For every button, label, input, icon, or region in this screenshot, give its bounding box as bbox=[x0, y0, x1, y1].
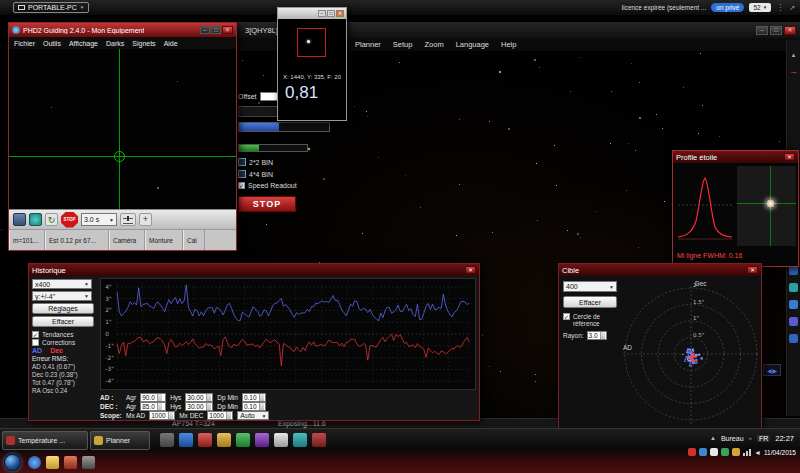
phd2-menu-affichage[interactable]: Affichage bbox=[69, 40, 98, 47]
app-icon[interactable] bbox=[82, 456, 95, 469]
camera-connect-icon[interactable] bbox=[13, 213, 26, 226]
taskbar-app-icon[interactable] bbox=[293, 433, 307, 447]
brightness-slider-icon[interactable] bbox=[120, 213, 136, 226]
taskbar-app-icon[interactable] bbox=[312, 433, 326, 447]
popup-maximize-button[interactable]: □ bbox=[327, 10, 335, 17]
scroll-up-icon[interactable]: ▲ bbox=[791, 52, 797, 58]
settings-icon[interactable]: + bbox=[139, 213, 152, 226]
phd2-menu-outils[interactable]: Outils bbox=[43, 40, 61, 47]
phd2-menu-signets[interactable]: Signets bbox=[132, 40, 155, 47]
reference-circle-checkbox[interactable] bbox=[563, 313, 570, 320]
language-indicator[interactable]: FR bbox=[757, 435, 770, 442]
taskbar-app-icon[interactable] bbox=[236, 433, 250, 447]
target-close-button[interactable]: ✕ bbox=[747, 266, 758, 274]
exposure-select[interactable]: 3.0 s▼ bbox=[81, 213, 117, 226]
clock-date[interactable]: 11/04/2015 bbox=[764, 449, 796, 456]
private-badge[interactable]: on privé bbox=[711, 3, 744, 12]
corrections-checkbox[interactable] bbox=[32, 339, 39, 346]
bin22-label[interactable]: 2*2 BIN bbox=[249, 159, 273, 166]
menu-language[interactable]: Language bbox=[456, 40, 489, 49]
network-icon[interactable] bbox=[743, 449, 751, 456]
phd2-minimize-button[interactable]: – bbox=[200, 26, 210, 34]
bureau-toolbar[interactable]: Bureau bbox=[721, 435, 744, 442]
scope-mxdec-input[interactable]: 1000 bbox=[207, 411, 233, 420]
red-arrow-icon[interactable]: → bbox=[789, 66, 798, 76]
start-button[interactable] bbox=[4, 454, 21, 471]
popup-close-button[interactable]: ✕ bbox=[336, 10, 344, 17]
taskbar-app-icon[interactable] bbox=[160, 433, 174, 447]
bin44-label[interactable]: 4*4 BIN bbox=[249, 171, 273, 178]
capture-stop-button[interactable]: STOP bbox=[238, 196, 296, 212]
bureau-chevron-icon[interactable]: » bbox=[749, 435, 752, 441]
menu-planner[interactable]: Planner bbox=[355, 40, 381, 49]
taskbar-app-icon[interactable] bbox=[198, 433, 212, 447]
phd2-guide-view[interactable] bbox=[9, 49, 236, 209]
taskbar-app-icon[interactable] bbox=[179, 433, 193, 447]
target-effacer-button[interactable]: Effacer bbox=[563, 296, 617, 308]
popup-minimize-button[interactable]: – bbox=[318, 10, 326, 17]
taskbar-app-icon[interactable] bbox=[274, 433, 288, 447]
phd2-titlebar[interactable]: PHD2 Guiding 2.4.0 - Mon Equipement – □ … bbox=[9, 23, 236, 37]
device-pill[interactable]: PORTABLE-PC ▼ bbox=[13, 2, 89, 13]
profile-close-button[interactable]: ✕ bbox=[784, 153, 795, 161]
taskbar-app-icon[interactable] bbox=[217, 433, 231, 447]
reglages-button[interactable]: Réglages bbox=[32, 303, 94, 314]
tab-count-pill[interactable]: 52▼ bbox=[749, 3, 771, 12]
profile-titlebar[interactable]: Profile étoile ✕ bbox=[673, 151, 798, 163]
media-player-icon[interactable] bbox=[64, 456, 77, 469]
tray-icon[interactable] bbox=[721, 448, 729, 456]
browser-icon[interactable] bbox=[28, 456, 41, 469]
speed-readout-checkbox[interactable] bbox=[238, 182, 245, 189]
folder-icon[interactable] bbox=[46, 456, 59, 469]
panel-icon[interactable] bbox=[789, 300, 798, 309]
history-close-button[interactable]: ✕ bbox=[465, 266, 476, 274]
dec-hys-input[interactable]: 30.00 bbox=[185, 402, 213, 411]
phd2-menu-aide[interactable]: Aide bbox=[164, 40, 178, 47]
tray-expand-icon[interactable]: ▲ bbox=[710, 435, 716, 441]
menu-zoom[interactable]: Zoom bbox=[424, 40, 443, 49]
close-button[interactable]: ✕ bbox=[784, 26, 796, 35]
tray-icon[interactable] bbox=[699, 448, 707, 456]
xscale-select[interactable]: x400▼ bbox=[32, 279, 92, 289]
pane-resize-arrows[interactable]: ◀ ▶ bbox=[763, 364, 781, 376]
ad-agr-input[interactable]: 90.0 bbox=[140, 393, 166, 402]
menu-setup[interactable]: Setup bbox=[393, 40, 413, 49]
bin22-icon[interactable] bbox=[238, 158, 246, 166]
menu-help[interactable]: Help bbox=[501, 40, 516, 49]
yscale-select[interactable]: y:+/-4"▼ bbox=[32, 291, 92, 301]
panel-icon[interactable] bbox=[789, 334, 798, 343]
taskbar-button-planner[interactable]: Planner bbox=[90, 431, 150, 450]
stop-button[interactable]: STOP bbox=[61, 212, 78, 228]
phd2-maximize-button[interactable]: □ bbox=[211, 26, 221, 34]
ad-dpmin-input[interactable]: 0.10 bbox=[242, 393, 266, 402]
tendances-checkbox[interactable] bbox=[32, 331, 39, 338]
panel-icon[interactable] bbox=[789, 283, 798, 292]
clock-time[interactable]: 22:27 bbox=[775, 434, 794, 443]
ad-hys-input[interactable]: 30.00 bbox=[185, 393, 213, 402]
phd2-menu-fichier[interactable]: Fichier bbox=[14, 40, 35, 47]
tray-icon[interactable] bbox=[710, 448, 718, 456]
loop-icon[interactable]: ↻ bbox=[45, 213, 58, 226]
phd2-close-button[interactable]: ✕ bbox=[222, 26, 233, 34]
dec-dpmin-input[interactable]: 0.10 bbox=[242, 402, 266, 411]
taskbar-app-icon[interactable] bbox=[255, 433, 269, 447]
maximize-button[interactable]: □ bbox=[770, 26, 782, 35]
taskbar-button-temperature[interactable]: Température ... bbox=[2, 431, 88, 450]
bin44-icon[interactable] bbox=[238, 170, 246, 178]
panel-icon[interactable] bbox=[789, 317, 798, 326]
target-titlebar[interactable]: Cible ✕ bbox=[559, 264, 761, 276]
star-popup-titlebar[interactable]: – □ ✕ bbox=[278, 8, 346, 19]
external-link-icon[interactable]: ↗ bbox=[789, 4, 795, 12]
history-titlebar[interactable]: Historique ✕ bbox=[29, 264, 479, 276]
target-scale-select[interactable]: 400▼ bbox=[563, 281, 617, 292]
phd2-menu-darks[interactable]: Darks bbox=[106, 40, 124, 47]
effacer-button[interactable]: Effacer bbox=[32, 316, 94, 327]
tray-icon[interactable] bbox=[688, 448, 696, 456]
speaker-icon[interactable]: ◄ bbox=[754, 449, 761, 456]
menu-dots-icon[interactable]: ⋮ bbox=[776, 3, 784, 12]
brain-icon[interactable] bbox=[29, 213, 42, 226]
rayon-input[interactable]: 3.0 bbox=[587, 331, 607, 340]
dec-agr-input[interactable]: 85.0 bbox=[140, 402, 166, 411]
minimize-button[interactable]: – bbox=[756, 26, 768, 35]
scope-mode-select[interactable]: Auto▼ bbox=[237, 411, 269, 420]
